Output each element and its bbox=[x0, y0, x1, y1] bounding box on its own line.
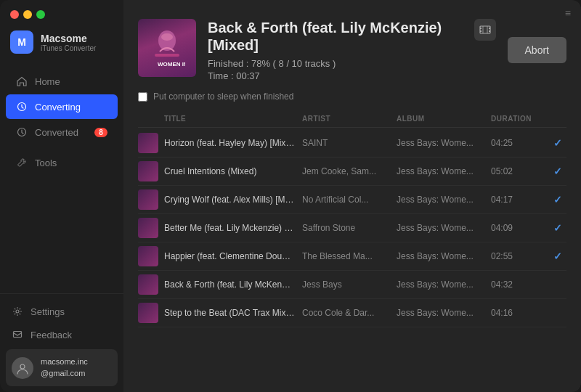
sidebar-item-settings[interactable]: Settings bbox=[6, 300, 118, 323]
svg-rect-3 bbox=[14, 332, 22, 338]
feedback-icon bbox=[12, 329, 23, 340]
top-bar: ≡ bbox=[123, 0, 581, 19]
home-icon bbox=[16, 75, 28, 87]
menu-icon[interactable]: ≡ bbox=[565, 7, 571, 19]
abort-button[interactable]: Abort bbox=[508, 37, 566, 63]
svg-rect-13 bbox=[489, 30, 490, 32]
track-album: Jess Bays: Wome... bbox=[397, 195, 491, 205]
svg-point-2 bbox=[16, 310, 19, 313]
sleep-option: Put computer to sleep when finished bbox=[123, 91, 581, 110]
track-row[interactable]: Horizon (feat. Hayley May) [Mixed] SAINT… bbox=[138, 129, 566, 158]
track-artist: No Artificial Col... bbox=[302, 195, 397, 205]
settings-icon bbox=[12, 306, 23, 317]
svg-rect-10 bbox=[480, 28, 482, 29]
track-thumbnail bbox=[138, 133, 158, 153]
col-duration: DURATION bbox=[491, 115, 549, 123]
track-title: Crying Wolf (feat. Alex Mills) [Mixed] bbox=[164, 195, 302, 205]
track-row[interactable]: Crying Wolf (feat. Alex Mills) [Mixed] N… bbox=[138, 186, 566, 214]
feedback-label: Feedback bbox=[31, 330, 72, 340]
svg-point-4 bbox=[20, 364, 25, 369]
sleep-label: Put computer to sleep when finished bbox=[153, 91, 293, 102]
track-thumbnail bbox=[138, 303, 158, 323]
converted-icon bbox=[16, 126, 28, 138]
track-status: ✓ bbox=[549, 137, 566, 149]
track-status: ✓ bbox=[549, 222, 566, 234]
converted-badge: 8 bbox=[94, 128, 107, 137]
track-row[interactable]: Cruel Intentions (Mixed) Jem Cooke, Sam.… bbox=[138, 158, 566, 186]
track-duration: 04:16 bbox=[491, 308, 549, 318]
sidebar-item-feedback[interactable]: Feedback bbox=[6, 323, 118, 346]
track-row[interactable]: Happier (feat. Clementine Douglas) [.. T… bbox=[138, 242, 566, 271]
album-art-image: WOMEN IN bbox=[138, 19, 196, 77]
svg-rect-12 bbox=[489, 28, 490, 29]
svg-text:WOMEN IN: WOMEN IN bbox=[158, 61, 185, 68]
track-duration: 04:32 bbox=[491, 279, 549, 290]
track-status: ✓ bbox=[549, 194, 566, 205]
converting-icon bbox=[16, 101, 28, 113]
track-artist: Jem Cooke, Sam... bbox=[302, 166, 397, 176]
app-subtitle: iTunes Converter bbox=[41, 44, 96, 52]
track-title: Horizon (feat. Hayley May) [Mixed] bbox=[164, 138, 302, 148]
user-profile[interactable]: macsome.inc @gmail.com bbox=[6, 349, 118, 386]
track-duration: 04:17 bbox=[491, 195, 549, 205]
sidebar: M Macsome iTunes Converter Home Converti… bbox=[0, 0, 123, 392]
track-artist: Coco Cole & Dar... bbox=[302, 308, 397, 318]
sidebar-item-converting[interactable]: Converting bbox=[6, 94, 118, 119]
sidebar-item-home-label: Home bbox=[35, 76, 60, 87]
track-thumbnail bbox=[138, 218, 158, 238]
close-button[interactable] bbox=[10, 10, 19, 19]
track-status: ✓ bbox=[549, 250, 566, 262]
traffic-lights bbox=[0, 0, 123, 26]
maximize-button[interactable] bbox=[36, 10, 45, 19]
svg-rect-7 bbox=[155, 54, 179, 57]
album-art: WOMEN IN bbox=[138, 19, 196, 77]
settings-label: Settings bbox=[31, 306, 65, 317]
conversion-info: Back & Forth (feat. Lily McKenzie) [Mixe… bbox=[208, 19, 463, 81]
sidebar-item-home[interactable]: Home bbox=[6, 69, 118, 94]
app-name: Macsome bbox=[41, 33, 96, 44]
sleep-checkbox[interactable] bbox=[138, 92, 147, 102]
track-title: Step to the Beat (DAC Trax Mix) [Mixed] bbox=[164, 308, 302, 318]
track-album: Jess Bays: Wome... bbox=[397, 138, 491, 148]
sidebar-item-tools[interactable]: Tools bbox=[6, 150, 118, 175]
track-album: Jess Bays: Wome... bbox=[397, 308, 491, 318]
track-rows: Horizon (feat. Hayley May) [Mixed] SAINT… bbox=[138, 129, 566, 327]
track-title: Cruel Intentions (Mixed) bbox=[164, 166, 302, 176]
col-status bbox=[549, 115, 566, 123]
track-row[interactable]: Back & Forth (feat. Lily McKenzie) [Mi..… bbox=[138, 271, 566, 299]
track-header: TITLE ARTIST ALBUM DURATION bbox=[138, 110, 566, 128]
sidebar-item-converted[interactable]: Converted 8 bbox=[6, 120, 118, 144]
track-duration: 05:02 bbox=[491, 166, 549, 176]
track-artist: The Blessed Ma... bbox=[302, 251, 397, 261]
sidebar-item-converting-label: Converting bbox=[35, 102, 81, 113]
track-artist: Jess Bays bbox=[302, 279, 397, 290]
track-row[interactable]: Better Me (feat. Lily Mckenzie) [Mixed] … bbox=[138, 214, 566, 242]
avatar bbox=[12, 357, 33, 379]
svg-point-6 bbox=[161, 33, 173, 41]
track-duration: 04:09 bbox=[491, 223, 549, 233]
conversion-header: WOMEN IN Back & Forth (feat. Lily McKenz… bbox=[123, 19, 581, 91]
nav-section: Home Converting Converted 8 bbox=[0, 65, 123, 293]
user-email: macsome.inc @gmail.com bbox=[41, 356, 88, 379]
tools-icon bbox=[16, 157, 28, 168]
track-album: Jess Bays: Wome... bbox=[397, 251, 491, 261]
app-logo: M bbox=[10, 30, 33, 54]
track-artist: Saffron Stone bbox=[302, 223, 397, 233]
track-artist: SAINT bbox=[302, 138, 397, 148]
minimize-button[interactable] bbox=[23, 10, 32, 19]
col-thumb bbox=[138, 115, 164, 123]
conversion-time: Time : 00:37 bbox=[208, 70, 463, 81]
conversion-title: Back & Forth (feat. Lily McKenzie) [Mixe… bbox=[208, 19, 463, 54]
track-album: Jess Bays: Wome... bbox=[397, 223, 491, 233]
film-icon-button[interactable] bbox=[474, 19, 496, 41]
sidebar-bottom: Settings Feedback macsome.inc @gmail.com bbox=[0, 293, 123, 392]
sidebar-item-tools-label: Tools bbox=[35, 158, 57, 168]
brand: M Macsome iTunes Converter bbox=[0, 26, 123, 65]
track-title: Happier (feat. Clementine Douglas) [.. bbox=[164, 251, 302, 261]
track-thumbnail bbox=[138, 161, 158, 181]
svg-rect-11 bbox=[480, 30, 482, 32]
track-status: ✓ bbox=[549, 166, 566, 177]
track-duration: 04:25 bbox=[491, 138, 549, 148]
track-duration: 02:55 bbox=[491, 251, 549, 261]
track-row[interactable]: Step to the Beat (DAC Trax Mix) [Mixed] … bbox=[138, 299, 566, 327]
